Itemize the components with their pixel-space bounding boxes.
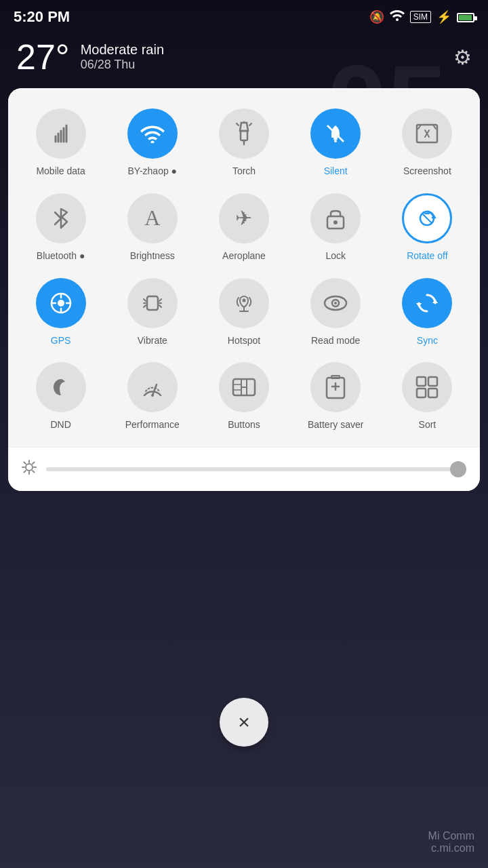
svg-line-40 xyxy=(152,384,157,395)
svg-rect-25 xyxy=(147,296,158,310)
svg-point-14 xyxy=(333,220,338,224)
tile-wifi[interactable]: BY-zhaop ● xyxy=(106,102,198,186)
watermark-line2: c.mi.com xyxy=(428,842,474,854)
svg-point-37 xyxy=(334,302,337,304)
settings-icon[interactable]: ⚙ xyxy=(453,45,472,69)
tile-sort-icon xyxy=(402,362,452,412)
tile-mobile-data[interactable]: Mobile data xyxy=(15,102,106,186)
tile-gps-icon xyxy=(36,278,86,328)
tile-aeroplane-icon: ✈ xyxy=(219,193,269,243)
svg-point-32 xyxy=(242,298,245,302)
tile-vibrate-label: Vibrate xyxy=(138,335,167,347)
tile-readmode-icon xyxy=(310,278,361,328)
svg-line-28 xyxy=(144,305,146,307)
wifi-status-icon xyxy=(390,10,405,24)
close-button[interactable]: × xyxy=(220,698,268,747)
svg-line-29 xyxy=(159,299,161,301)
tile-dnd[interactable]: DND xyxy=(15,355,106,440)
tile-screenshot[interactable]: Screenshot xyxy=(382,102,473,186)
brightness-icon xyxy=(22,460,37,479)
tile-wifi-label: BY-zhaop ● xyxy=(128,165,178,177)
svg-line-5 xyxy=(237,123,239,125)
tile-performance-label: Performance xyxy=(125,419,180,431)
status-time: 5:20 PM xyxy=(14,8,70,26)
tile-gps-label: GPS xyxy=(51,335,71,347)
tile-gps[interactable]: GPS xyxy=(15,271,106,356)
close-button-container: × xyxy=(0,698,488,760)
svg-point-0 xyxy=(396,18,399,21)
tile-bluetooth-label: Bluetooth ● xyxy=(37,250,85,262)
sim-icon: SIM xyxy=(410,11,431,23)
tile-buttons-icon xyxy=(219,362,269,412)
tile-bluetooth[interactable]: Bluetooth ● xyxy=(15,186,106,271)
brightness-handle[interactable] xyxy=(450,461,466,477)
tile-performance-icon xyxy=(127,362,178,412)
battery-status xyxy=(457,8,474,26)
svg-line-63 xyxy=(33,462,34,464)
tile-wifi-icon xyxy=(127,108,178,159)
tile-silent[interactable]: Silent xyxy=(290,102,382,186)
tile-screenshot-icon xyxy=(402,108,452,159)
svg-rect-52 xyxy=(417,377,426,386)
svg-point-1 xyxy=(150,141,154,144)
tile-sort[interactable]: Sort xyxy=(382,355,473,440)
tile-hotspot[interactable]: Hotspot xyxy=(198,271,289,356)
svg-point-8 xyxy=(334,140,337,142)
tile-sync[interactable]: Sync xyxy=(382,271,473,356)
tile-sort-label: Sort xyxy=(419,419,436,431)
tile-brightness-icon: A xyxy=(127,193,178,243)
svg-marker-39 xyxy=(416,303,422,307)
tile-bluetooth-icon xyxy=(36,193,86,243)
tile-batterysaver-icon xyxy=(310,362,361,412)
tile-rotate[interactable]: Rotate off xyxy=(382,186,473,271)
tile-aeroplane[interactable]: ✈ Aeroplane xyxy=(198,186,289,271)
tile-vibrate-icon xyxy=(127,278,178,328)
svg-line-26 xyxy=(144,299,146,301)
tile-sync-label: Sync xyxy=(417,335,438,347)
tile-silent-icon xyxy=(310,108,361,159)
tile-sync-icon xyxy=(402,278,452,328)
brightness-bar xyxy=(8,447,480,491)
tile-readmode-label: Read mode xyxy=(311,335,360,347)
svg-rect-55 xyxy=(428,389,437,397)
svg-line-62 xyxy=(33,471,34,472)
tile-torch[interactable]: Torch xyxy=(198,102,289,186)
tile-brightness[interactable]: A Brightness xyxy=(106,186,198,271)
svg-line-61 xyxy=(24,462,26,464)
tile-brightness-label: Brightness xyxy=(130,250,175,262)
svg-marker-38 xyxy=(432,299,438,303)
svg-rect-53 xyxy=(428,377,437,386)
tile-vibrate[interactable]: Vibrate xyxy=(106,271,198,356)
weather-date: 06/28 Thu xyxy=(81,58,164,72)
svg-line-64 xyxy=(24,471,26,472)
svg-rect-2 xyxy=(241,131,247,140)
brightness-track[interactable] xyxy=(46,467,466,471)
charging-icon: ⚡ xyxy=(436,9,451,24)
svg-line-6 xyxy=(249,123,251,125)
tile-batterysaver[interactable]: Battery saver xyxy=(290,355,382,440)
tiles-grid: Mobile data BY-zhaop ● xyxy=(8,88,480,447)
tile-screenshot-label: Screenshot xyxy=(403,165,451,177)
svg-rect-54 xyxy=(417,389,426,397)
weather-condition: Moderate rain xyxy=(81,42,164,58)
tile-lock[interactable]: Lock xyxy=(290,186,382,271)
tile-performance[interactable]: Performance xyxy=(106,355,198,440)
brightness-fill xyxy=(46,467,403,471)
tile-buttons[interactable]: Buttons xyxy=(198,355,289,440)
tile-torch-label: Torch xyxy=(232,165,256,177)
tile-silent-label: Silent xyxy=(324,165,348,177)
svg-rect-17 xyxy=(424,213,430,214)
tile-rotate-icon xyxy=(402,193,452,243)
tile-batterysaver-label: Battery saver xyxy=(308,419,363,431)
tile-mobile-data-label: Mobile data xyxy=(36,165,85,177)
weather-bar: 27° Moderate rain 06/28 Thu ⚙ xyxy=(0,31,488,88)
status-icons: 🔕 SIM ⚡ xyxy=(369,8,474,26)
svg-point-20 xyxy=(58,300,64,307)
tile-rotate-label: Rotate off xyxy=(407,250,447,262)
mute-icon: 🔕 xyxy=(369,9,384,24)
tile-aeroplane-label: Aeroplane xyxy=(222,250,266,262)
svg-line-31 xyxy=(159,305,161,307)
tile-lock-icon xyxy=(310,193,361,243)
tile-readmode[interactable]: Read mode xyxy=(290,271,382,356)
tile-mobile-data-icon xyxy=(36,108,86,159)
